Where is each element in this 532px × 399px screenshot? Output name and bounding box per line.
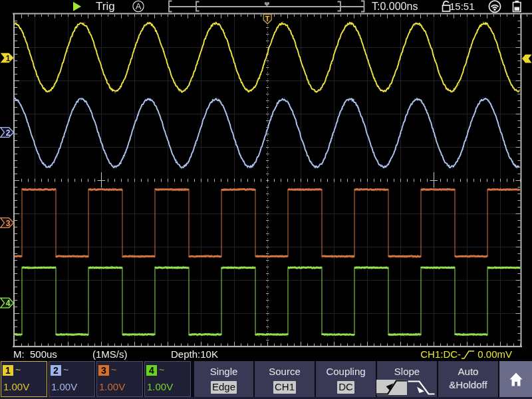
- svg-text:3: 3: [6, 219, 11, 228]
- svg-text:1: 1: [6, 54, 11, 63]
- svg-text:2: 2: [6, 128, 11, 138]
- svg-text:T: T: [265, 15, 270, 23]
- svg-text:A: A: [136, 1, 142, 11]
- svg-text:4: 4: [6, 299, 11, 308]
